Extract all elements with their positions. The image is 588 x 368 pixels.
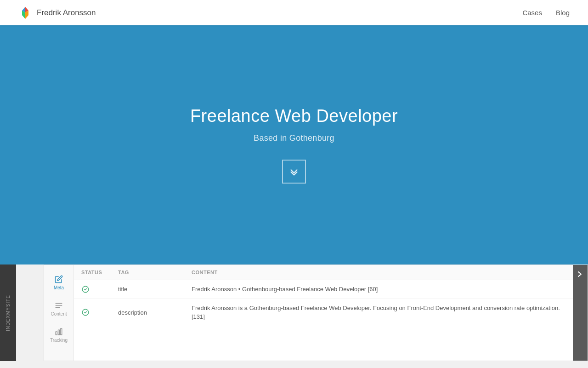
scroll-down-button[interactable]: [282, 160, 306, 184]
content-cell-desc: Fredrik Aronsson is a Gothenburg-based F…: [192, 304, 565, 322]
hero-section: Freelance Web Developer Based in Gothenb…: [0, 25, 588, 264]
logo-icon: [18, 6, 32, 20]
seo-table: STATUS TAG CONTENT title Fredrik Aronsso…: [74, 265, 573, 361]
seo-panel: Meta Content Tracking: [44, 264, 588, 361]
sidebar-item-tracking[interactable]: Tracking: [44, 322, 74, 348]
sidebar-meta-label: Meta: [54, 285, 64, 290]
dark-sidebar: indexmysite: [0, 264, 16, 361]
sidebar-tracking-label: Tracking: [50, 338, 68, 343]
sidebar-item-meta[interactable]: Meta: [44, 270, 74, 296]
panel-collapse-button[interactable]: [573, 265, 588, 361]
table-row: title Fredrik Aronsson • Gothenbourg-bas…: [74, 280, 573, 299]
tag-cell-desc: description: [118, 309, 192, 316]
check-circle-icon: [81, 285, 90, 293]
status-cell-title: [81, 285, 118, 293]
pencil-icon: [55, 275, 63, 283]
svg-rect-8: [58, 330, 60, 335]
table-header: STATUS TAG CONTENT: [74, 265, 573, 280]
sidebar-content-label: Content: [51, 311, 67, 316]
main-nav: Cases Blog: [522, 9, 570, 17]
arrow-right-icon: [577, 270, 584, 278]
hero-title: Freelance Web Developer: [190, 106, 398, 126]
svg-rect-9: [61, 328, 62, 335]
check-circle-icon: [81, 308, 90, 316]
content-cell-title: Fredrik Aronsson • Gothenbourg-based Fre…: [192, 285, 565, 294]
seo-sidebar: Meta Content Tracking: [44, 265, 74, 361]
chevron-down-icon: [289, 167, 299, 177]
site-header: Fredrik Aronsson Cases Blog: [0, 0, 588, 25]
svg-rect-7: [56, 332, 57, 335]
hero-subtitle: Based in Gothenburg: [254, 133, 334, 143]
col-status: STATUS: [81, 270, 118, 275]
col-content: CONTENT: [192, 270, 565, 275]
panel-area: indexmysite Meta Content: [0, 264, 588, 361]
table-row: description Fredrik Aronsson is a Gothen…: [74, 299, 573, 326]
tag-cell-title: title: [118, 286, 192, 293]
col-tag: TAG: [118, 270, 192, 275]
sidebar-dark-label: indexmysite: [6, 295, 11, 331]
nav-blog[interactable]: Blog: [556, 9, 570, 17]
site-name: Fredrik Aronsson: [37, 8, 96, 17]
content-icon: [55, 301, 63, 310]
status-cell-desc: [81, 308, 118, 316]
nav-cases[interactable]: Cases: [522, 9, 542, 17]
logo[interactable]: Fredrik Aronsson: [18, 6, 96, 20]
tracking-icon: [55, 328, 63, 336]
sidebar-item-content[interactable]: Content: [44, 296, 74, 322]
